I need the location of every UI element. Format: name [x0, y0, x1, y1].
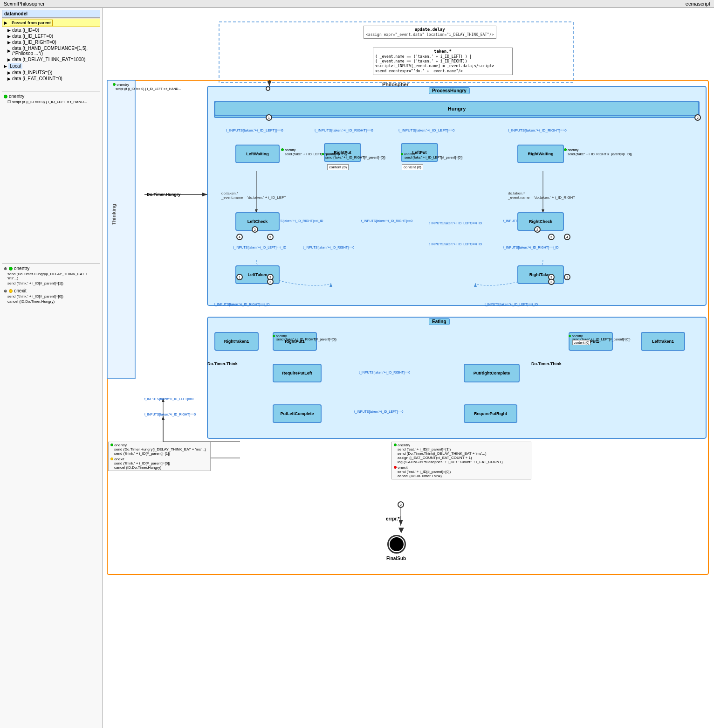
- leftcheck-conn3: 3: [267, 234, 274, 240]
- do-timer-think-left: Do.Timer.Think: [207, 361, 238, 366]
- trans-label-3: t_INPUTS[taken:'+i_ID_LEFT]==0: [398, 128, 454, 132]
- connector-2: 2: [694, 114, 701, 121]
- rightTaken1-state: RightTaken1: [214, 332, 259, 351]
- errpr-label: errpr.*: [386, 516, 399, 521]
- leftput-content: content {0}: [402, 164, 423, 170]
- outside-trans-2: t_INPUTS[taken:'+i_ID_RIGHT]==0: [144, 413, 196, 416]
- philosopher-label: Philospher: [382, 82, 409, 87]
- top-bar: ScxmlPhilosopher ecmascript: [0, 0, 714, 8]
- eating-onentry-box: onentry send ('eat.' + i_ID[#_parent]=[1…: [391, 442, 531, 479]
- passed-from-label: Passed from parent: [10, 20, 53, 26]
- trans-rtaken-1: t_INPUTS[taken:'+i_ID_RIGHT]==i_ID: [503, 246, 559, 249]
- trans-rcheck-1: t_INPUTS[taken:'+i_ID_LEFT]==i_ID: [429, 243, 482, 246]
- philosopher-onentry: onentry script (if (i_ID !== 0) { i_ID_L…: [113, 83, 181, 91]
- putLeftComplete-state: PutLeftComplete: [273, 404, 322, 423]
- trans-label-4: t_INPUTS[taken:'+i_ID_RIGHT]==0: [508, 128, 567, 132]
- do-taken-left: do.taken.*_event.name=='do.taken.' + i_I…: [221, 191, 286, 200]
- rightcheck-conn2: 2: [534, 226, 541, 233]
- putRightComplete-state: PutRightComplete: [464, 364, 520, 382]
- requirePutLeft-state: RequirePutLeft: [273, 364, 322, 382]
- rightWaiting-state: RightWaiting: [517, 145, 564, 163]
- trans-ltaken-3: t_INPUTS[taken:'+i_ID_LEFT]==i_ID: [429, 222, 482, 225]
- data-hand-compliance: ▶ data (t_HAND_COMPLIANCE=[1,5], /*Philo…: [2, 45, 100, 56]
- trans-bottom-left: t_INPUTS[taken:'+i_ID_RIGHT]==i_ID: [214, 303, 270, 306]
- thinking-label: Thinking: [111, 204, 117, 225]
- do-taken-right: do.taken.*_event.name=='do.taken.' + i_I…: [508, 191, 575, 200]
- onentry-section: onentry ☐ script (if (i_ID !== 0) { i_ID…: [2, 91, 100, 104]
- rightwaiting-onentry: onentry send ('take:' + i_ID_RIGHT[#_par…: [564, 148, 632, 156]
- eating-trans-1: t_INPUTS[taken:'+i_ID_RIGHT]==0: [359, 371, 410, 374]
- trans-label-2: t_INPUTS[taken:'+i_ID_RIGHT]==0: [315, 128, 373, 132]
- bottom-conn-2: 2: [398, 501, 404, 508]
- eating-label: Eating: [429, 318, 450, 325]
- righttaken-conn1: 1: [564, 274, 570, 280]
- title-right: ecmascript: [686, 1, 710, 7]
- main-canvas: update.delay <assign expr="_event.data" …: [103, 8, 714, 728]
- rightput1-onentry: onentry send {'take:' + i_ID_RIGHT[#_par…: [273, 334, 336, 341]
- title-left: ScxmlPhilosopher: [4, 1, 45, 7]
- rightCheck-state: RightCheck: [517, 212, 564, 231]
- rightput-send: onentry send {'take:' + i_ID_RIGHT[#_par…: [322, 153, 385, 159]
- do-timer-think-right: Do.Timer.Think: [531, 361, 562, 366]
- rightcheck-conn3: 3: [548, 234, 555, 240]
- leftput-send: onentry send {'take:' + i_ID_LEFT[#_pare…: [401, 153, 462, 159]
- data-delay: ▶ data (t_DELAY_THINK_EAT=1000): [2, 56, 100, 62]
- content-area: datamodel ▶ Passed from parent ▶ data (i…: [0, 8, 714, 728]
- diagram-area: update.delay <assign expr="_event.data" …: [103, 8, 713, 726]
- bottom-actions: ⊕ onentry send (Do.Timer.Hungry(i_DELAY_…: [2, 263, 100, 304]
- onentry-dot: [4, 95, 7, 98]
- leftWaiting-state: LeftWaiting: [235, 145, 280, 163]
- connector-1: 1: [266, 114, 272, 121]
- data-id-left: ▶ data (i_ID_LEFT=0): [2, 33, 100, 39]
- thinking-onentry-box: onentry send (Do.Timer.Hungry(i_DELAY_TH…: [108, 442, 211, 471]
- passed-from-parent: ▶ Passed from parent: [2, 19, 100, 27]
- rightcheck-conn4: 4: [564, 234, 570, 240]
- leftcheck-conn4: 4: [236, 234, 243, 240]
- sidebar-header: datamodel: [2, 10, 100, 18]
- data-id-right: ▶ data (i_ID_RIGHT=0): [2, 39, 100, 45]
- final-arrow: ▼: [397, 525, 406, 535]
- eating-trans-2: t_INPUTS[taken:'+i_ID_LEFT]==0: [354, 410, 403, 413]
- rightput-content: content {0}: [327, 164, 349, 170]
- hungry-state: Hungry: [214, 101, 699, 116]
- processHungry-label: ProcessHungry: [429, 87, 470, 94]
- data-eat-count: ▶ data (i_EAT_COUNT=0): [2, 76, 100, 82]
- svg-rect-2: [107, 80, 135, 379]
- leftcheck-conn2: 2: [252, 226, 258, 233]
- finalsub-label: FinalSub: [382, 556, 410, 561]
- trans-ltaken-2: t_INPUTS[taken:'+i_ID_RIGHT]==0: [303, 246, 354, 249]
- trans-label-1: t_INPUTS[taken:'+i_ID_LEFT]]==0: [226, 128, 283, 132]
- data-inputs: ▶ data (t_INPUTS={}): [2, 69, 100, 76]
- lefttaken-conn3: 3: [267, 274, 274, 280]
- righttaken-conn3: 3: [548, 274, 555, 280]
- trans-ltaken-1: t_INPUTS[taken:'+i_ID_LEFT]==i_ID: [233, 246, 286, 249]
- data-id: ▶ data (i_ID=0): [2, 27, 100, 33]
- main-container: ScxmlPhilosopher ecmascript datamodel ▶ …: [0, 0, 714, 728]
- local-section: ▶ Local: [2, 62, 100, 69]
- sidebar: datamodel ▶ Passed from parent ▶ data (i…: [0, 8, 103, 728]
- requirePutRight-state: RequirePutRight: [464, 404, 517, 423]
- lefttaken-conn1: 1: [236, 274, 243, 280]
- final-circle: [390, 537, 404, 551]
- init-state-1: [266, 86, 270, 91]
- leftTaken1-state: LeftTaken1: [641, 332, 685, 351]
- leftput1-onentry: onentry send {'take:' + i_ID_LEFT[#_pare…: [569, 334, 630, 344]
- trans-bottom-right: t_INPUTS[taken:'+i_ID_LEFT]==i_ID: [485, 303, 538, 306]
- taken-box: taken.* ( _event.name == ('taken.' + i_I…: [373, 48, 513, 75]
- trans-lcheck-2: t_INPUTS[taken:'+i_ID_RIGHT]==0: [361, 219, 412, 222]
- do-timer-hungry: Do.Timer.Hungry: [147, 192, 180, 197]
- update-delay-box: update.delay <assign expr="_event.data" …: [364, 26, 496, 39]
- rightTaken-state: RightTaken: [517, 265, 564, 284]
- outside-trans-1: t_INPUTS[taken:'+i_ID_LEFT]==0: [144, 397, 193, 401]
